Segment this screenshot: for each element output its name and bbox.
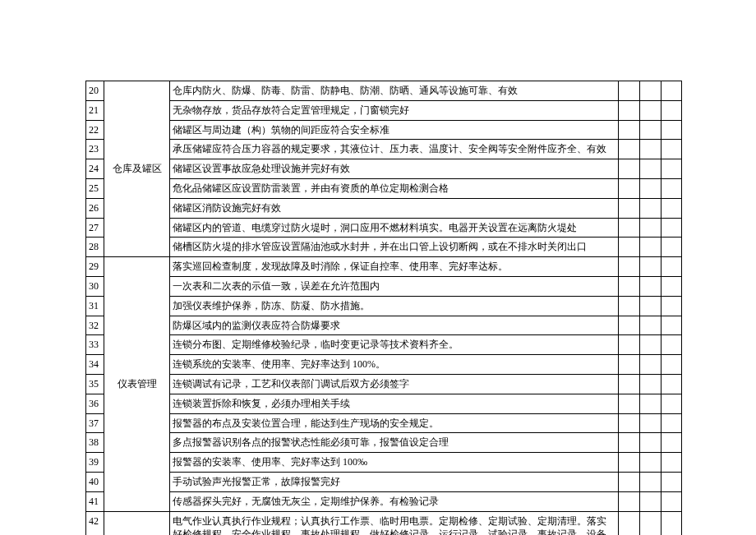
blank-cell: [662, 413, 682, 433]
blank-cell: [662, 472, 682, 491]
blank-cell: [662, 100, 682, 120]
blank-cell: [640, 355, 662, 375]
table-row: 20仓库及罐区仓库内防火、防爆、防毒、防雷、防静电、防潮、防晒、通风等设施可靠、…: [86, 81, 682, 101]
description-cell: 连锁调试有记录，工艺和仪表部门调试后双方必须签字: [170, 374, 619, 394]
blank-cell: [662, 355, 682, 375]
blank-cell: [662, 120, 682, 140]
row-number: 23: [86, 140, 104, 159]
blank-cell: [640, 472, 662, 491]
blank-cell: [619, 453, 640, 473]
blank-cell: [640, 491, 662, 511]
blank-cell: [619, 178, 640, 198]
blank-cell: [662, 276, 682, 296]
blank-cell: [619, 394, 640, 413]
blank-cell: [619, 296, 640, 316]
description-cell: 防爆区域内的监测仪表应符合防爆要求: [170, 316, 619, 335]
row-number: 40: [86, 472, 104, 491]
blank-cell: [619, 257, 640, 277]
blank-cell: [640, 413, 662, 433]
table-row: 24储罐区设置事故应急处理设施并完好有效: [86, 159, 682, 179]
table-row: 41传感器探头完好，无腐蚀无灰尘，定期维护保养。有检验记录: [86, 491, 682, 511]
row-number: 38: [86, 433, 104, 453]
row-number: 32: [86, 316, 104, 335]
blank-cell: [662, 296, 682, 316]
table-row: 29仪表管理落实巡回检查制度，发现故障及时消除，保证自控率、使用率、完好率达标。: [86, 257, 682, 277]
blank-cell: [640, 218, 662, 238]
blank-cell: [640, 81, 662, 101]
description-cell: 危化品储罐区应设置防雷装置，并由有资质的单位定期检测合格: [170, 178, 619, 198]
table-row: 34连锁系统的安装率、使用率、完好率达到 100%。: [86, 355, 682, 375]
row-number: 34: [86, 355, 104, 375]
description-cell: 多点报警器识别各点的报警状态性能必须可靠，报警值设定合理: [170, 433, 619, 453]
description-cell: 手动试验声光报警正常，故障报警完好: [170, 472, 619, 491]
blank-cell: [619, 472, 640, 491]
table-row: 25危化品储罐区应设置防雷装置，并由有资质的单位定期检测合格: [86, 178, 682, 198]
blank-cell: [640, 335, 662, 355]
row-number: 30: [86, 276, 104, 296]
table-row: 33连锁分布图、定期维修校验纪录，临时变更记录等技术资料齐全。: [86, 335, 682, 355]
row-number: 28: [86, 238, 104, 257]
row-number: 35: [86, 374, 104, 394]
blank-cell: [640, 433, 662, 453]
blank-cell: [619, 374, 640, 394]
blank-cell: [662, 238, 682, 257]
blank-cell: [640, 257, 662, 277]
table-row: 23承压储罐应符合压力容器的规定要求，其液位计、压力表、温度计、安全阀等安全附件…: [86, 140, 682, 159]
blank-cell: [662, 159, 682, 179]
blank-cell: [619, 355, 640, 375]
blank-cell: [640, 198, 662, 218]
category-cell: 电气管理: [104, 511, 170, 535]
table-row: 21无杂物存放，货品存放符合定置管理规定，门窗锁完好: [86, 100, 682, 120]
blank-cell: [662, 433, 682, 453]
blank-cell: [640, 316, 662, 335]
description-cell: 报警器的布点及安装位置合理，能达到生产现场的安全规定。: [170, 413, 619, 433]
table-row: 31加强仪表维护保养，防冻、防凝、防水措施。: [86, 296, 682, 316]
table-row: 37报警器的布点及安装位置合理，能达到生产现场的安全规定。: [86, 413, 682, 433]
blank-cell: [619, 276, 640, 296]
description-cell: 传感器探头完好，无腐蚀无灰尘，定期维护保养。有检验记录: [170, 491, 619, 511]
blank-cell: [662, 374, 682, 394]
description-cell: 报警器的安装率、使用率、完好率达到 100‰: [170, 453, 619, 473]
blank-cell: [619, 120, 640, 140]
blank-cell: [640, 140, 662, 159]
blank-cell: [619, 159, 640, 179]
blank-cell: [662, 178, 682, 198]
row-number: 26: [86, 198, 104, 218]
row-number: 21: [86, 100, 104, 120]
description-cell: 承压储罐应符合压力容器的规定要求，其液位计、压力表、温度计、安全阀等安全附件应齐…: [170, 140, 619, 159]
blank-cell: [619, 218, 640, 238]
row-number: 42: [86, 511, 104, 535]
blank-cell: [619, 238, 640, 257]
row-number: 33: [86, 335, 104, 355]
row-number: 39: [86, 453, 104, 473]
blank-cell: [662, 491, 682, 511]
inspection-table: 20仓库及罐区仓库内防火、防爆、防毒、防雷、防静电、防潮、防晒、通风等设施可靠、…: [85, 81, 682, 535]
row-number: 37: [86, 413, 104, 433]
blank-cell: [619, 198, 640, 218]
description-cell: 无杂物存放，货品存放符合定置管理规定，门窗锁完好: [170, 100, 619, 120]
table-row: 36连锁装置拆除和恢复，必须办理相关手续: [86, 394, 682, 413]
table-row: 30一次表和二次表的示值一致，误差在允许范围内: [86, 276, 682, 296]
table-row: 32防爆区域内的监测仪表应符合防爆要求: [86, 316, 682, 335]
table-row: 27储罐区内的管道、电缆穿过防火堤时，洞口应用不燃材料填实。电器开关设置在远离防…: [86, 218, 682, 238]
row-number: 20: [86, 81, 104, 101]
blank-cell: [619, 433, 640, 453]
description-cell: 连锁分布图、定期维修校验纪录，临时变更记录等技术资料齐全。: [170, 335, 619, 355]
blank-cell: [662, 198, 682, 218]
blank-cell: [640, 120, 662, 140]
table-row: 28储槽区防火堤的排水管应设置隔油池或水封井，并在出口管上设切断阀，或在不排水时…: [86, 238, 682, 257]
blank-cell: [619, 81, 640, 101]
blank-cell: [640, 296, 662, 316]
blank-cell: [619, 100, 640, 120]
description-cell: 储罐区设置事故应急处理设施并完好有效: [170, 159, 619, 179]
table-row: 35连锁调试有记录，工艺和仪表部门调试后双方必须签字: [86, 374, 682, 394]
table-row: 42电气管理电气作业认真执行作业规程；认真执行工作票、临时用电票。定期检修、定期…: [86, 511, 682, 535]
table-row: 40手动试验声光报警正常，故障报警完好: [86, 472, 682, 491]
blank-cell: [640, 159, 662, 179]
blank-cell: [640, 453, 662, 473]
row-number: 22: [86, 120, 104, 140]
row-number: 27: [86, 218, 104, 238]
blank-cell: [640, 374, 662, 394]
table-row: 39报警器的安装率、使用率、完好率达到 100‰: [86, 453, 682, 473]
description-cell: 储罐区内的管道、电缆穿过防火堤时，洞口应用不燃材料填实。电器开关设置在远离防火堤…: [170, 218, 619, 238]
